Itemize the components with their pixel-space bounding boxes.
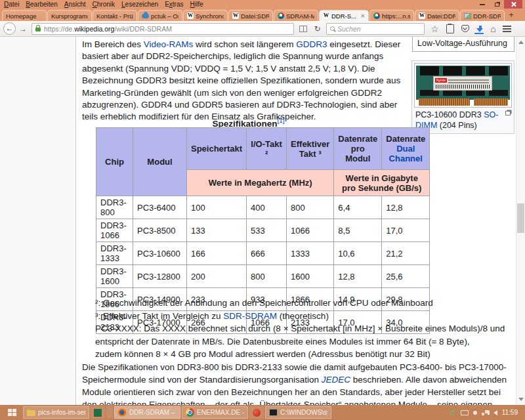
taskbar-button-firefox[interactable]: DDR-SDRAM – Wikip... bbox=[114, 406, 180, 419]
taskbar-button-folder[interactable]: pics-infos-im-seminar bbox=[23, 406, 89, 419]
scroll-down-arrow-icon[interactable] bbox=[518, 398, 524, 401]
intro-paragraph: Im Bereich des Video-RAMs wird schon sei… bbox=[82, 39, 408, 123]
menu-chronik[interactable]: Chronik bbox=[93, 1, 115, 8]
close-button[interactable] bbox=[504, 0, 522, 9]
text-segment: nsicht bbox=[68, 1, 85, 8]
bookmark-star-icon[interactable] bbox=[429, 23, 440, 34]
search-input[interactable]: Suchen bbox=[326, 23, 425, 35]
link[interactable]: SDR-SDRAM bbox=[223, 311, 277, 321]
link[interactable]: Dual Channel bbox=[389, 144, 423, 163]
menu-bar-items: DateiBearbeitenAnsichtChronikLesezeichen… bbox=[4, 1, 210, 8]
browser-tab[interactable]: DDR-SDRA... bbox=[460, 10, 505, 21]
menu-extras[interactable]: Extras bbox=[165, 1, 183, 8]
table-cell: 1333 bbox=[287, 242, 334, 265]
reader-mode-button[interactable] bbox=[297, 23, 308, 34]
vertical-scrollbar[interactable] bbox=[516, 37, 525, 405]
footnote-line: PC3-XXXX: Das XXXX berechnet sich durch … bbox=[95, 322, 513, 348]
wikipedia-icon: W bbox=[187, 12, 194, 19]
link[interactable]: [1] bbox=[277, 117, 284, 124]
url-text[interactable]: https://de.wikipedia.org/wiki/DDR-SDRAM bbox=[44, 25, 172, 33]
text-segment: eingesetzt. Dieser basiert aber auf DDR2… bbox=[82, 39, 400, 121]
table-cell: 800 bbox=[247, 265, 287, 288]
taskbar-button-cmd[interactable]: C:\WINDOWS\syste... bbox=[265, 406, 331, 419]
display-icon[interactable] bbox=[461, 410, 469, 415]
column-header: Effektiver Takt ³ bbox=[287, 128, 334, 170]
browser-tab[interactable]: Homepage bbox=[2, 10, 47, 21]
menu-datei[interactable]: Datei bbox=[4, 1, 19, 8]
tab-close-icon[interactable]: × bbox=[361, 12, 365, 19]
table-cell: 8,5 bbox=[334, 219, 382, 242]
browser-tab[interactable]: Kontakt - Prüfu... bbox=[93, 10, 137, 21]
browser-tab[interactable]: Kursprogramm ... bbox=[47, 10, 92, 21]
taskbar-button-chrome[interactable]: ENERMAX.DE - Thor... bbox=[182, 406, 248, 419]
volume-icon[interactable] bbox=[494, 410, 497, 415]
table-cell: PC3-8500 bbox=[133, 219, 187, 242]
browser-tab[interactable]: SDRAM-M... bbox=[274, 10, 318, 21]
minimize-button[interactable] bbox=[475, 0, 490, 9]
text-segment: ³: Effektiver Takt im Vergleich zu bbox=[95, 311, 223, 321]
menu-ansicht[interactable]: Ansicht bbox=[64, 1, 86, 8]
menu-hilfe[interactable]: Hilfe bbox=[190, 1, 203, 8]
ram-chip bbox=[466, 90, 485, 96]
link[interactable]: JEDEC bbox=[322, 375, 350, 385]
taskbar-button-label: ENERMAX.DE - Thor... bbox=[197, 409, 244, 416]
taskbar-button-ie[interactable] bbox=[106, 406, 113, 419]
app-menu-icon[interactable] bbox=[503, 26, 511, 32]
red-app-icon bbox=[253, 409, 261, 417]
tab-label: Synchrono... bbox=[196, 12, 224, 20]
browser-tab[interactable]: pctuk – On... bbox=[138, 10, 182, 21]
taskbar-button-red-app[interactable] bbox=[249, 406, 264, 419]
connector-pins bbox=[419, 98, 470, 106]
spec-table-head: ChipModulSpeichertaktI/O-Takt ²Effektive… bbox=[96, 128, 430, 196]
ram-module-image[interactable]: hynix bbox=[414, 63, 512, 108]
browser-tab[interactable]: WSynchrono... bbox=[183, 10, 228, 21]
clock[interactable]: 11:59 bbox=[502, 409, 518, 416]
tab-strip: HomepageKursprogramm ...Kontakt - Prüfu.… bbox=[0, 9, 525, 21]
table-cell: 533 bbox=[247, 219, 287, 242]
enlarge-icon[interactable] bbox=[505, 111, 511, 116]
table-row: DDR3-800PC3-64001004008006,412,8 bbox=[96, 196, 430, 219]
label-line bbox=[448, 82, 489, 83]
table-cell: DDR3-1066 bbox=[96, 219, 133, 242]
forward-button[interactable]: → bbox=[19, 24, 28, 33]
page-content: Im Bereich des Video-RAMs wird schon sei… bbox=[0, 37, 525, 405]
browser-tab[interactable]: WDDR-S...× bbox=[319, 10, 369, 21]
link[interactable]: Video-RAMs bbox=[144, 39, 194, 49]
menu-lesezeichen[interactable]: Lesezeichen bbox=[121, 1, 158, 8]
text-segment: H bbox=[190, 1, 195, 8]
table-cell: 400 bbox=[247, 196, 287, 219]
menu-bearbeiten[interactable]: Bearbeiten bbox=[26, 1, 57, 8]
text-segment: ilfe bbox=[195, 1, 203, 8]
text-segment: PC3-10600 DDR3 bbox=[415, 110, 484, 119]
table-cell: 1600 bbox=[287, 265, 334, 288]
new-tab-button[interactable]: + bbox=[505, 10, 517, 21]
link[interactable]: GDDR3 bbox=[296, 39, 327, 49]
browser-tab[interactable]: https:...n.svg bbox=[369, 10, 414, 21]
antivirus-check-icon[interactable]: ✔ bbox=[450, 409, 455, 416]
text-segment: earbeiten bbox=[30, 1, 58, 8]
reload-button[interactable]: ↻ bbox=[312, 23, 323, 34]
browser-tab[interactable]: WDatei:DDR-... bbox=[415, 10, 459, 21]
browser-tab[interactable]: WDatei:SDRA... bbox=[228, 10, 273, 21]
ram-chip bbox=[420, 66, 439, 75]
taskbar-button-excel[interactable] bbox=[91, 406, 105, 419]
table-cell: 100 bbox=[187, 196, 247, 219]
downloads-icon[interactable] bbox=[474, 25, 484, 34]
restore-button[interactable] bbox=[490, 0, 504, 9]
ram-image-thumbnail[interactable]: hynix PC3-10600 DDR3 SO-DIMM (204 Pins) bbox=[411, 60, 514, 134]
back-button[interactable]: ← bbox=[3, 22, 16, 35]
scrollbar-thumb[interactable] bbox=[517, 203, 524, 233]
ram-chip bbox=[489, 90, 508, 96]
url-bar[interactable]: https://de.wikipedia.org/wiki/DDR-SDRAM bbox=[32, 23, 294, 35]
home-icon[interactable] bbox=[488, 23, 499, 34]
tab-label: https:...n.svg bbox=[382, 12, 410, 20]
image-icon bbox=[464, 13, 471, 19]
pocket-icon[interactable] bbox=[459, 23, 471, 34]
status-dot-icon[interactable] bbox=[473, 411, 477, 415]
scroll-up-arrow-icon[interactable] bbox=[518, 41, 524, 44]
start-button[interactable] bbox=[1, 405, 22, 420]
text-segment: zudem können 8 × 4 GB pro Modul adressie… bbox=[95, 349, 430, 359]
commons-icon bbox=[373, 12, 380, 19]
browser-chrome: DateiBearbeitenAnsichtChronikLesezeichen… bbox=[0, 0, 525, 37]
bookmarks-menu-icon[interactable] bbox=[444, 23, 455, 34]
